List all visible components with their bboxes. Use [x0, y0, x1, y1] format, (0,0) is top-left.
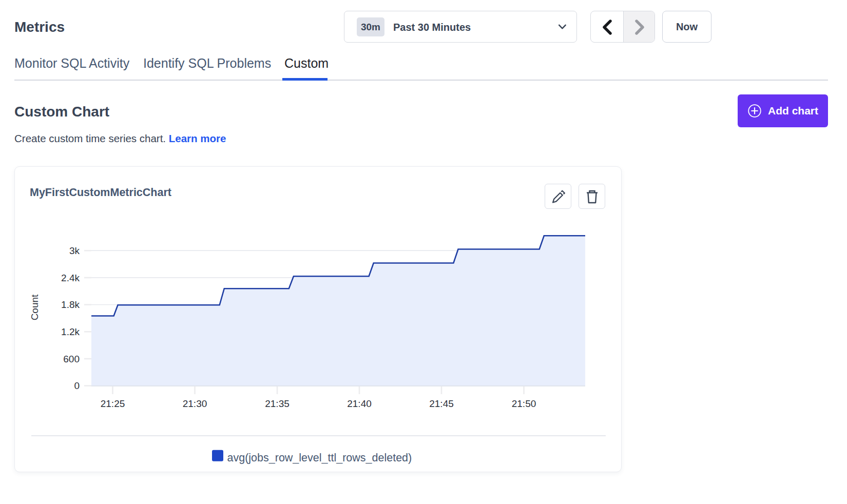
svg-text:0: 0 [74, 380, 80, 391]
svg-text:1.2k: 1.2k [61, 326, 80, 337]
svg-text:1.8k: 1.8k [61, 299, 80, 310]
svg-text:21:45: 21:45 [429, 398, 454, 409]
svg-text:600: 600 [63, 354, 80, 364]
svg-text:2.4k: 2.4k [61, 273, 80, 283]
svg-text:21:35: 21:35 [265, 398, 290, 409]
svg-text:21:30: 21:30 [183, 398, 207, 409]
svg-text:21:50: 21:50 [512, 398, 536, 409]
svg-text:21:40: 21:40 [347, 398, 372, 409]
svg-text:3k: 3k [69, 245, 80, 256]
svg-text:21:25: 21:25 [101, 398, 125, 409]
svg-text:avg(jobs_row_level_ttl_rows_de: avg(jobs_row_level_ttl_rows_deleted) [227, 452, 412, 464]
svg-text:Count: Count [29, 294, 40, 320]
